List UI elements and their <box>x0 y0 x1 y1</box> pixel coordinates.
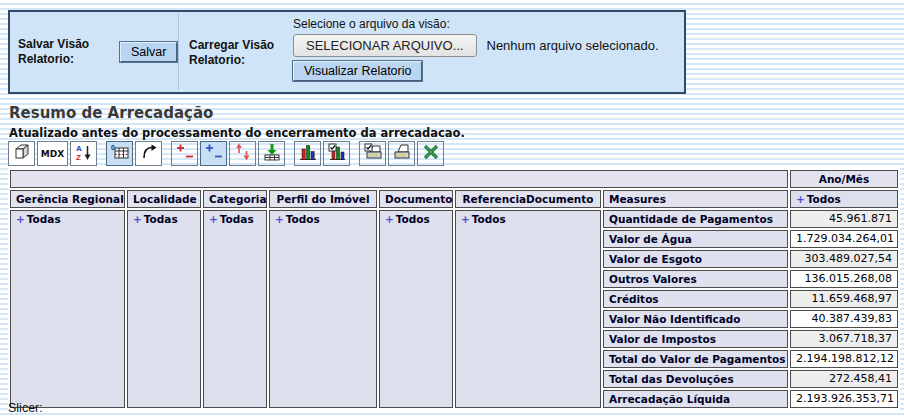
print-config-button[interactable] <box>359 141 386 166</box>
measure-name: Valor Não Identificado <box>603 310 788 328</box>
load-view-section: Carregar Visão Relatorio: Selecione o ar… <box>179 12 684 92</box>
dim-header-categoria: Categoria <box>203 190 267 208</box>
measure-name: Valor de Esgoto <box>603 250 788 268</box>
page-title: Resumo de Arrecadação <box>9 104 213 122</box>
measure-name: Outros Valores <box>603 270 788 288</box>
file-prompt-label: Selecione o arquivo da visão: <box>293 17 450 31</box>
drill-position-button[interactable] <box>200 141 227 166</box>
member-cell-localidade: +Todas <box>127 210 201 408</box>
column-axis-header: Ano/Mês <box>790 170 898 188</box>
report-controls-panel: Salvar Visão Relatorio: Salvar Carregar … <box>8 10 686 94</box>
expand-icon[interactable]: + <box>275 213 284 225</box>
svg-text:Z: Z <box>76 153 81 161</box>
drill-replace-icon <box>234 143 252 164</box>
member-cell-gerencia: +Todas <box>10 210 125 408</box>
show-chart-button[interactable] <box>294 141 321 166</box>
select-file-button[interactable]: SELECIONAR ARQUIVO... <box>293 34 477 57</box>
svg-text:A: A <box>76 144 82 153</box>
measure-name: Créditos <box>603 290 788 308</box>
measure-name: Total das Devoluções <box>603 370 788 388</box>
suppress-empty-button[interactable]: 0 <box>106 141 133 166</box>
measure-value: 1.729.034.264,01 <box>790 230 898 248</box>
drill-member-icon <box>176 143 194 164</box>
measure-name: Total do Valor de Pagamentos <box>603 350 788 368</box>
measure-value: 272.458,41 <box>790 370 898 388</box>
member-cell-documento: +Todos <box>379 210 453 408</box>
chart-config-button[interactable] <box>323 141 350 166</box>
expand-icon[interactable]: + <box>796 193 805 205</box>
drill-position-icon <box>205 143 223 164</box>
measure-name: Valor de Água <box>603 230 788 248</box>
dim-header-referencia: ReferenciaDocumento <box>455 190 601 208</box>
expand-icon[interactable]: + <box>461 213 470 225</box>
measure-value: 40.387.439,83 <box>790 310 898 328</box>
mdx-icon: MDX <box>41 149 64 159</box>
sort-az-icon: A Z <box>75 143 93 164</box>
member-cell-referencia: +Todos <box>455 210 601 408</box>
measure-value: 11.659.468,97 <box>790 290 898 308</box>
expand-icon[interactable]: + <box>385 213 394 225</box>
drill-through-button[interactable] <box>258 141 285 166</box>
drill-member-button[interactable] <box>171 141 198 166</box>
corner-cell <box>10 170 788 188</box>
save-view-section: Salvar Visão Relatorio: Salvar <box>10 12 178 92</box>
chart-config-icon <box>328 143 346 164</box>
dim-header-documento: Documento <box>379 190 453 208</box>
dim-header-perfil: Perfil do Imóvel <box>269 190 377 208</box>
view-report-button[interactable]: Visualizar Relatorio <box>293 61 422 81</box>
member-cell-perfil: +Todos <box>269 210 377 408</box>
measure-value: 2.194.198.812,12 <box>790 350 898 368</box>
measure-value: 45.961.871 <box>790 210 898 228</box>
excel-export-icon <box>422 143 440 164</box>
suppress-empty-icon: 0 <box>111 143 129 164</box>
measure-value: 3.067.718,37 <box>790 330 898 348</box>
load-view-label: Carregar Visão Relatorio: <box>189 38 283 68</box>
expand-icon[interactable]: + <box>209 213 218 225</box>
file-status-text: Nenhum arquivo selecionado. <box>487 38 659 53</box>
print-button[interactable] <box>388 141 415 166</box>
cube-navigator-button[interactable] <box>8 141 35 166</box>
measure-value: 136.015.268,08 <box>790 270 898 288</box>
drill-replace-button[interactable] <box>229 141 256 166</box>
excel-export-button[interactable] <box>417 141 444 166</box>
measure-name: Arrecadação Líquida <box>603 390 788 408</box>
swap-axes-button[interactable] <box>135 141 162 166</box>
save-view-label: Salvar Visão Relatorio: <box>18 37 106 67</box>
mdx-editor-button[interactable]: MDX <box>37 141 68 166</box>
cube-icon <box>13 143 31 164</box>
sort-button[interactable]: A Z <box>70 141 97 166</box>
print-config-icon <box>364 143 382 164</box>
page-subtitle: Atualizado antes do processamento do enc… <box>9 126 465 140</box>
measure-name: Valor de Impostos <box>603 330 788 348</box>
measure-name: Quantidade de Pagamentos <box>603 210 788 228</box>
measure-value: 303.489.027,54 <box>790 250 898 268</box>
expand-icon[interactable]: + <box>133 213 142 225</box>
drill-through-icon <box>263 143 281 164</box>
expand-icon[interactable]: + <box>16 213 25 225</box>
column-member-cell: +Todos <box>790 190 898 208</box>
measure-value: 2.193.926.353,71 <box>790 390 898 408</box>
slicer-label: Slicer: <box>8 401 43 415</box>
chart-icon <box>299 143 317 164</box>
save-button[interactable]: Salvar <box>120 42 177 62</box>
svg-text:0: 0 <box>111 144 115 151</box>
olap-toolbar: MDX A Z 0 <box>8 141 446 166</box>
swap-axes-icon <box>140 143 158 164</box>
print-icon <box>393 143 411 164</box>
dim-header-localidade: Localidade <box>127 190 201 208</box>
member-cell-categoria: +Todas <box>203 210 267 408</box>
dim-header-gerencia: Gerência Regional <box>10 190 125 208</box>
measures-header: Measures <box>603 190 788 208</box>
pivot-table: Ano/Mês Gerência Regional Localidade Cat… <box>8 168 900 410</box>
